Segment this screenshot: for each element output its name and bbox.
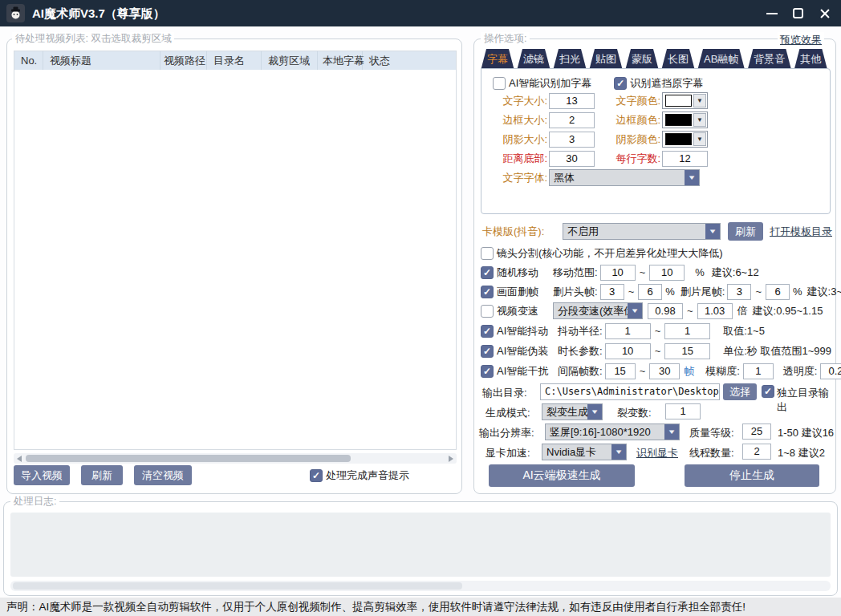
font-label: 文字字体: (488, 171, 547, 185)
chevron-down-icon[interactable] (693, 132, 706, 146)
gpu-dropdown[interactable]: Nvidia显卡 (542, 444, 627, 460)
speed-label: 视频变速 (497, 304, 546, 318)
cloud-generate-button[interactable]: AI云端极速生成 (489, 464, 635, 487)
disguise-hint: 单位:秒 取值范围1~999 (723, 344, 831, 359)
hscroll-thumb[interactable] (26, 455, 351, 462)
text-color-picker[interactable] (662, 92, 708, 109)
output-dir-input[interactable]: C:\Users\Administrator\Desktop (540, 383, 720, 400)
range-tilde: ~ (640, 365, 646, 377)
speed-checkbox[interactable] (481, 305, 494, 318)
frame-delete-label: 画面删帧 (497, 285, 546, 299)
open-template-dir-link[interactable]: 打开模板目录 (770, 225, 832, 239)
frame-delete-checkbox[interactable] (481, 286, 494, 298)
ai-add-subtitle-checkbox[interactable] (493, 77, 506, 90)
video-table-hscrollbar[interactable] (14, 453, 457, 464)
bottom-distance-input[interactable]: 30 (549, 151, 595, 167)
disguise-min-input[interactable]: 10 (605, 343, 651, 359)
quality-input[interactable]: 25 (742, 424, 771, 440)
tab-longimage[interactable]: 长图 (661, 49, 695, 71)
chevron-down-icon (587, 404, 602, 419)
resolution-dropdown[interactable]: 竖屏[9:16]-1080*1920 (545, 424, 680, 440)
generate-mode-row: 生成模式: 裂变生成 裂变数: 1 (474, 403, 837, 421)
video-list-legend: 待处理视频列表: 双击选取裁剪区域 (12, 32, 174, 46)
template-refresh-button[interactable]: 刷新 (728, 222, 763, 241)
stop-generate-button[interactable]: 停止生成 (685, 464, 819, 487)
template-dropdown[interactable]: 不启用 (563, 223, 721, 240)
window-title: AI魔术师V3.7（尊享版） (32, 0, 165, 26)
speed-max-input[interactable]: 1.03 (697, 303, 733, 319)
head-frame-max-input[interactable]: 6 (638, 284, 662, 300)
generate-mode-value: 裂变生成 (542, 405, 587, 419)
jitter-radius-label: 抖动半径: (558, 324, 603, 338)
maximize-button[interactable] (785, 0, 811, 26)
independent-dir-checkbox[interactable] (762, 385, 774, 398)
tail-frame-max-input[interactable]: 6 (766, 284, 790, 300)
refresh-list-button[interactable]: 刷新 (81, 465, 123, 485)
tab-filter[interactable]: 滤镜 (517, 49, 551, 71)
text-size-input[interactable]: 13 (549, 93, 595, 109)
blur-input[interactable]: 1 (743, 363, 774, 379)
minimize-button[interactable] (758, 0, 785, 26)
chevron-down-icon[interactable] (693, 94, 706, 107)
shadow-color-picker[interactable] (662, 131, 708, 148)
disguise-checkbox[interactable] (481, 345, 494, 358)
tab-lightsweep[interactable]: 扫光 (553, 49, 587, 71)
speed-min-input[interactable]: 0.98 (648, 303, 683, 319)
scroll-right-icon[interactable] (449, 456, 453, 462)
cover-original-subtitle-checkbox[interactable] (614, 77, 627, 90)
close-button[interactable] (811, 0, 838, 26)
tail-frame-min-input[interactable]: 3 (727, 284, 751, 300)
font-dropdown[interactable]: 黑体 (549, 169, 700, 186)
template-label: 卡模版(抖音): (482, 225, 544, 239)
log-scroll-thumb[interactable] (13, 582, 462, 590)
detect-gpu-link[interactable]: 识别显卡 (636, 446, 678, 460)
video-table[interactable]: No. 视频标题 视频路径 目录名 裁剪区域 本地字幕 状态 (14, 51, 457, 450)
jitter-checkbox[interactable] (481, 325, 494, 338)
choose-dir-button[interactable]: 选择 (723, 383, 757, 400)
jitter-min-input[interactable]: 1 (605, 323, 651, 339)
tab-sticker[interactable]: 贴图 (589, 49, 623, 71)
shot-split-row: 镜头分割(核心功能，不开启差异化处理大大降低) (481, 245, 729, 261)
video-table-header: No. 视频标题 视频路径 目录名 裁剪区域 本地字幕 状态 (14, 51, 456, 70)
disguise-max-input[interactable]: 15 (664, 343, 710, 359)
sound-alert-checkbox[interactable] (310, 469, 323, 482)
tab-abframe[interactable]: AB融帧 (697, 49, 745, 71)
random-move-checkbox[interactable] (481, 266, 494, 279)
line-chars-input[interactable]: 12 (662, 151, 708, 167)
speed-mode-dropdown[interactable]: 分段变速(效率优先) (553, 302, 643, 319)
preview-effect-link[interactable]: 预览效果 (780, 34, 822, 46)
import-video-button[interactable]: 导入视频 (14, 465, 70, 485)
chevron-down-icon (685, 170, 699, 185)
border-color-picker[interactable] (662, 111, 708, 128)
head-frame-min-input[interactable]: 3 (600, 284, 624, 300)
move-range-min-input[interactable]: 10 (600, 265, 636, 281)
chevron-down-icon (664, 424, 679, 440)
column-crop: 裁剪区域 (262, 51, 318, 70)
fission-count-input[interactable]: 1 (665, 403, 701, 419)
thread-input[interactable]: 2 (742, 444, 771, 460)
shadow-size-input[interactable]: 3 (549, 132, 595, 148)
option-tabs: 字幕 滤镜 扫光 贴图 蒙版 长图 AB融帧 背景音 其他 (481, 49, 827, 71)
alpha-input[interactable]: 0.2 (820, 363, 841, 379)
generate-mode-dropdown[interactable]: 裂变生成 (542, 403, 603, 420)
move-range-max-input[interactable]: 10 (649, 265, 685, 281)
tab-mask[interactable]: 蒙版 (625, 49, 659, 71)
video-table-body[interactable] (14, 70, 456, 449)
template-row: 卡模版(抖音): 不启用 刷新 打开模板目录 (474, 222, 837, 240)
jitter-max-input[interactable]: 1 (664, 323, 710, 339)
tab-other[interactable]: 其他 (794, 49, 827, 71)
tab-bgm[interactable]: 背景音 (747, 49, 791, 71)
thread-hint: 1~8 建议2 (778, 446, 825, 460)
interval-min-input[interactable]: 15 (605, 363, 636, 379)
tab-subtitle[interactable]: 字幕 (481, 49, 514, 71)
sound-alert-label: 处理完成声音提示 (326, 468, 409, 483)
chevron-down-icon[interactable] (693, 113, 706, 127)
shot-split-checkbox[interactable] (481, 247, 494, 260)
log-hscrollbar[interactable] (10, 581, 831, 591)
border-size-input[interactable]: 2 (549, 112, 595, 128)
log-textarea[interactable] (10, 513, 831, 577)
interfere-checkbox[interactable] (481, 365, 494, 378)
clear-video-button[interactable]: 清空视频 (134, 465, 192, 485)
scroll-left-icon[interactable] (17, 456, 22, 462)
interval-max-input[interactable]: 30 (649, 363, 680, 379)
